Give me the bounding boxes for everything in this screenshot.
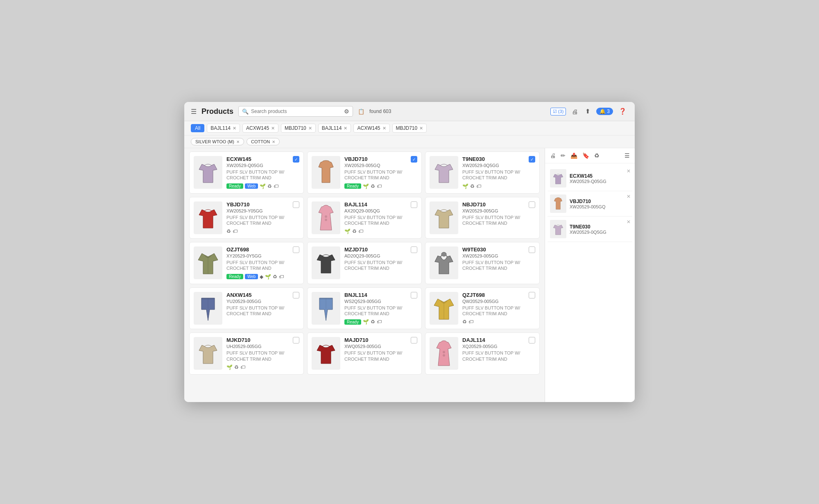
panel-item-info: ECXW145 XW20529-Q05GG bbox=[570, 173, 630, 184]
product-card[interactable]: MZJD710 AD20Q29-005GG PUFF SLV BUTTON TO… bbox=[307, 242, 422, 284]
tab-all[interactable]: All bbox=[191, 124, 204, 132]
card-checkbox[interactable] bbox=[293, 292, 299, 298]
panel-brush-button[interactable]: ✏ bbox=[560, 151, 566, 160]
panel-refresh-button[interactable]: ♻ bbox=[593, 151, 600, 160]
panel-item-close[interactable]: ✕ bbox=[627, 219, 631, 225]
card-checkbox[interactable]: ✓ bbox=[293, 156, 299, 163]
tab-bajl114-2[interactable]: BAJL114 ✕ bbox=[318, 124, 351, 133]
product-card[interactable]: BNJL114 WS2Q529-005GG PUFF SLV BUTTON TO… bbox=[307, 287, 422, 330]
card-checkbox[interactable] bbox=[293, 337, 299, 344]
panel-thumbnail bbox=[550, 169, 566, 188]
tab-bajl114-1[interactable]: BAJL114 ✕ bbox=[207, 124, 240, 133]
panel-print-button[interactable]: 🖨 bbox=[549, 151, 557, 160]
product-card[interactable]: YBJD710 XW20529-Y05GG PUFF SLV BUTTON TO… bbox=[189, 197, 304, 239]
product-desc: PUFF SLV BUTTON TOP W/ CROCHET TRIM AND bbox=[462, 350, 535, 362]
card-info: ECXW145 XW20529-Q05GG PUFF SLV BUTTON TO… bbox=[226, 156, 299, 189]
product-card[interactable]: NBJD710 XW20529-005GG PUFF SLV BUTTON TO… bbox=[425, 197, 540, 239]
leaf-icon: 🌱 bbox=[260, 183, 266, 189]
card-info: QZJT698 QW20529-005GG PUFF SLV BUTTON TO… bbox=[462, 292, 535, 325]
product-code: UH20529-005GG bbox=[226, 344, 299, 349]
selected-count-button[interactable]: ☑ (3) bbox=[550, 108, 566, 115]
card-checkbox[interactable]: ✓ bbox=[411, 156, 417, 163]
panel-item[interactable]: ECXW145 XW20529-Q05GG ✕ bbox=[548, 166, 632, 191]
product-image bbox=[194, 156, 222, 189]
tab-close-bajl114-2[interactable]: ✕ bbox=[344, 126, 347, 131]
product-sku: ECXW145 bbox=[226, 156, 299, 162]
product-sku: W9TE030 bbox=[462, 246, 535, 253]
product-card[interactable]: MJKD710 UH20529-005GG PUFF SLV BUTTON TO… bbox=[189, 332, 304, 375]
panel-item-close[interactable]: ✕ bbox=[627, 168, 631, 174]
tag-icon: 🏷 bbox=[233, 228, 238, 234]
tab-mbjd710-1[interactable]: MBJD710 ✕ bbox=[281, 124, 316, 133]
tag-close-cotton[interactable]: ✕ bbox=[272, 140, 275, 144]
tab-acxw145-2[interactable]: ACXW145 ✕ bbox=[353, 124, 389, 133]
product-desc: PUFF SLV BUTTON TOP W/ CROCHET TRIM AND bbox=[226, 260, 299, 271]
panel-export-button[interactable]: 📤 bbox=[570, 151, 578, 160]
notifications-button[interactable]: 🔔 3 bbox=[596, 108, 613, 115]
menu-icon[interactable]: ☰ bbox=[191, 108, 197, 115]
tab-close-mbjd710-2[interactable]: ✕ bbox=[419, 126, 423, 131]
print-button[interactable]: 🖨 bbox=[570, 107, 579, 116]
product-desc: PUFF SLV BUTTON TOP W/ CROCHET TRIM AND bbox=[344, 305, 417, 317]
badge-ready: Ready bbox=[344, 183, 361, 189]
product-card[interactable]: ✓ T9NE030 XW20529-0Q5GG PUFF SLV BUTTON … bbox=[425, 151, 540, 194]
product-grid-container[interactable]: ✓ ECXW145 XW20529-Q05GG PUFF SLV BUTTON … bbox=[184, 148, 545, 402]
card-checkbox[interactable] bbox=[529, 201, 535, 208]
product-code: XWQ0529-005GG bbox=[344, 344, 417, 349]
product-card[interactable]: MAJD710 XWQ0529-005GG PUFF SLV BUTTON TO… bbox=[307, 332, 422, 375]
tab-close-bajl114-1[interactable]: ✕ bbox=[233, 126, 236, 131]
product-card[interactable]: ANXW145 YU20529-005GG PUFF SLV BUTTON TO… bbox=[189, 287, 304, 330]
panel-item-close[interactable]: ✕ bbox=[627, 194, 631, 199]
panel-menu-button[interactable]: ☰ bbox=[624, 151, 631, 160]
panel-item[interactable]: VBJD710 XW20529-005GQ ✕ bbox=[548, 191, 632, 217]
card-checkbox[interactable] bbox=[411, 337, 417, 344]
search-bar: 🔍 ⚙ bbox=[238, 106, 353, 117]
panel-item[interactable]: T9NE030 XW20529-0Q5GG ✕ bbox=[548, 217, 632, 242]
tab-close-acxw145[interactable]: ✕ bbox=[271, 126, 275, 131]
card-info: BNJL114 WS2Q529-005GG PUFF SLV BUTTON TO… bbox=[344, 292, 417, 325]
card-checkbox[interactable] bbox=[411, 246, 417, 253]
card-content: VBJD710 XW20529-005GQ PUFF SLV BUTTON TO… bbox=[312, 156, 417, 189]
card-badges: 🌱♻🏷 bbox=[226, 364, 299, 370]
badge-ready: Ready bbox=[226, 183, 243, 189]
recycle-icon: ♻ bbox=[371, 183, 375, 189]
search-input[interactable] bbox=[251, 108, 342, 114]
panel-bookmark-button[interactable]: 🔖 bbox=[581, 151, 590, 160]
product-card[interactable]: DAJL114 XQ20529-005GG PUFF SLV BUTTON TO… bbox=[425, 332, 540, 375]
card-checkbox[interactable] bbox=[411, 201, 417, 208]
product-card[interactable]: OZJT698 XY20529-0Y5GG PUFF SLV BUTTON TO… bbox=[189, 242, 304, 284]
card-checkbox[interactable]: ✓ bbox=[529, 156, 535, 163]
tag-icon: 🏷 bbox=[377, 183, 382, 189]
tab-close-mbjd710-1[interactable]: ✕ bbox=[308, 126, 312, 131]
recycle-icon: ♻ bbox=[234, 364, 239, 370]
product-card[interactable]: W9TE030 XW20529-005GG PUFF SLV BUTTON TO… bbox=[425, 242, 540, 284]
tab-close-acxw145-2[interactable]: ✕ bbox=[382, 126, 386, 131]
card-checkbox[interactable] bbox=[529, 246, 535, 253]
product-card[interactable]: ✓ VBJD710 XW20529-005GQ PUFF SLV BUTTON … bbox=[307, 151, 422, 194]
card-checkbox[interactable] bbox=[411, 292, 417, 298]
help-button[interactable]: ❓ bbox=[617, 107, 628, 116]
product-card[interactable]: QZJT698 QW20529-005GG PUFF SLV BUTTON TO… bbox=[425, 287, 540, 330]
card-checkbox[interactable] bbox=[293, 201, 299, 208]
card-badges: ♻🏷 bbox=[462, 319, 535, 325]
product-sku: ANXW145 bbox=[226, 292, 299, 298]
card-checkbox[interactable] bbox=[293, 246, 299, 253]
product-sku: T9NE030 bbox=[462, 156, 535, 162]
product-code: AD20Q29-005GG bbox=[344, 253, 417, 258]
product-card[interactable]: ✓ ECXW145 XW20529-Q05GG PUFF SLV BUTTON … bbox=[189, 151, 304, 194]
product-desc: PUFF SLV BUTTON TOP W/ CROCHET TRIM AND bbox=[462, 169, 535, 181]
product-image bbox=[194, 292, 222, 325]
tab-mbjd710-2[interactable]: MBJD710 ✕ bbox=[392, 124, 427, 133]
card-checkbox[interactable] bbox=[529, 292, 535, 298]
leaf-icon: 🌱 bbox=[226, 364, 233, 370]
tag-icon: 🏷 bbox=[240, 364, 245, 370]
product-image bbox=[312, 337, 340, 370]
tag-close-silver[interactable]: ✕ bbox=[236, 140, 240, 144]
card-checkbox[interactable] bbox=[529, 337, 535, 344]
product-image bbox=[194, 337, 222, 370]
product-card[interactable]: BAJL114 AX20Q29-005QG PUFF SLV BUTTON TO… bbox=[307, 197, 422, 239]
tab-acxw145[interactable]: ACXW145 ✕ bbox=[242, 124, 278, 133]
filter-icon[interactable]: ⚙ bbox=[344, 108, 349, 115]
recycle-icon: ♻ bbox=[371, 319, 375, 325]
upload-button[interactable]: ⬆ bbox=[584, 107, 592, 116]
